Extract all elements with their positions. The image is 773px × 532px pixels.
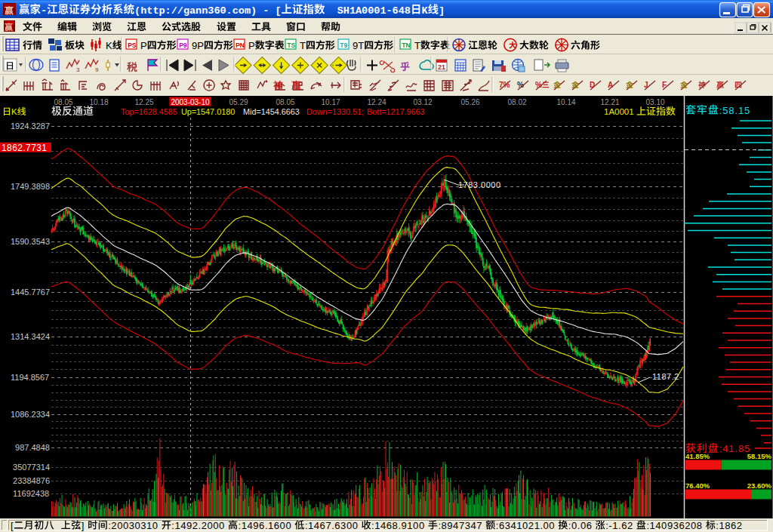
svg-text:1314.3424: 1314.3424 bbox=[11, 332, 50, 341]
svg-text:12.25: 12.25 bbox=[135, 98, 154, 106]
svg-text:9: 9 bbox=[95, 66, 99, 73]
svg-text::-1.62: :-1.62 bbox=[605, 520, 636, 531]
svg-text::6341021.00: :6341021.00 bbox=[496, 520, 559, 531]
svg-text::20030310: :20030310 bbox=[108, 520, 162, 531]
svg-text::41.85: :41.85 bbox=[719, 443, 751, 454]
svg-text:P: P bbox=[248, 40, 255, 51]
svg-text::0.06: :0.06 bbox=[568, 520, 596, 531]
svg-text:2003-03-10: 2003-03-10 bbox=[171, 98, 210, 106]
svg-text:D: D bbox=[590, 81, 595, 89]
svg-text:P9: P9 bbox=[179, 42, 187, 49]
svg-text:7%: 7% bbox=[499, 81, 510, 89]
svg-text:PN: PN bbox=[236, 42, 245, 49]
svg-text:41.85%: 41.85% bbox=[685, 452, 710, 460]
svg-text:1187.2: 1187.2 bbox=[652, 372, 679, 381]
svg-text:35077314: 35077314 bbox=[13, 463, 50, 472]
svg-text:05.26: 05.26 bbox=[461, 98, 480, 106]
svg-text:Mid=1454.6663: Mid=1454.6663 bbox=[243, 107, 300, 116]
svg-text:12.24: 12.24 bbox=[368, 98, 386, 106]
svg-text:K: K bbox=[422, 5, 429, 17]
svg-text:10.14: 10.14 bbox=[557, 98, 576, 106]
svg-text:Up=1547.0180: Up=1547.0180 bbox=[181, 107, 235, 116]
svg-text::1467.6300: :1467.6300 bbox=[305, 520, 362, 531]
svg-text:]: ] bbox=[82, 520, 88, 531]
svg-text:1445.7767: 1445.7767 bbox=[11, 288, 50, 297]
svg-text:[: [ bbox=[11, 520, 14, 531]
svg-text:08.05: 08.05 bbox=[54, 98, 73, 106]
svg-text:Down=1330.51;: Down=1330.51; bbox=[306, 107, 364, 116]
svg-text::140936208: :140936208 bbox=[646, 520, 705, 531]
svg-text:Top=1628.4585: Top=1628.4585 bbox=[121, 107, 177, 116]
svg-text:T9: T9 bbox=[340, 42, 347, 49]
svg-text:1086.2334: 1086.2334 bbox=[11, 410, 50, 419]
svg-text:A: A bbox=[608, 81, 613, 89]
svg-text:03.10: 03.10 bbox=[646, 98, 665, 106]
svg-text:]: ] bbox=[439, 5, 445, 17]
svg-text::1496.1600: :1496.1600 bbox=[239, 520, 295, 531]
svg-text:Bott=1217.9663: Bott=1217.9663 bbox=[367, 107, 425, 116]
svg-text:1924.3287: 1924.3287 bbox=[11, 121, 50, 131]
svg-text:TS: TS bbox=[287, 42, 295, 49]
svg-text::8947347: :8947347 bbox=[438, 520, 485, 531]
svg-text:1749.3898: 1749.3898 bbox=[11, 182, 50, 191]
svg-text:1590.3543: 1590.3543 bbox=[11, 237, 50, 246]
svg-text:10.18: 10.18 bbox=[90, 98, 109, 106]
svg-text:K: K bbox=[11, 107, 17, 116]
svg-text:(http://gann360.com) - [: (http://gann360.com) - [ bbox=[134, 5, 281, 17]
svg-text:76.40%: 76.40% bbox=[685, 481, 710, 490]
svg-text:J: J bbox=[644, 81, 648, 89]
svg-text::1492.2000: :1492.2000 bbox=[171, 520, 228, 531]
svg-text:1783.0000: 1783.0000 bbox=[458, 180, 501, 189]
svg-text:%: % bbox=[517, 81, 524, 89]
svg-text:12.21: 12.21 bbox=[601, 98, 620, 106]
svg-text:23.60%: 23.60% bbox=[747, 481, 772, 490]
svg-text:%: % bbox=[535, 81, 542, 89]
svg-text:T: T bbox=[414, 40, 420, 51]
svg-text:10.17: 10.17 bbox=[322, 98, 340, 106]
svg-text:23384876: 23384876 bbox=[13, 476, 50, 485]
svg-text:05.29: 05.29 bbox=[229, 98, 248, 106]
svg-text:08.05: 08.05 bbox=[276, 98, 295, 106]
svg-text:1194.8567: 1194.8567 bbox=[11, 373, 49, 382]
svg-text:P: P bbox=[140, 40, 147, 51]
svg-text:08.02: 08.02 bbox=[508, 98, 527, 106]
svg-text::1862: :1862 bbox=[716, 520, 742, 531]
svg-text:9T: 9T bbox=[353, 40, 364, 51]
svg-text:03.12: 03.12 bbox=[414, 98, 433, 106]
svg-text:9P: 9P bbox=[192, 40, 204, 51]
svg-text:TN: TN bbox=[402, 42, 410, 49]
svg-text:T: T bbox=[300, 40, 306, 51]
svg-text:1862.7731: 1862.7731 bbox=[2, 143, 47, 153]
svg-text:1A0001: 1A0001 bbox=[604, 107, 634, 116]
svg-text:PS: PS bbox=[128, 42, 137, 49]
svg-text:-: - bbox=[41, 5, 47, 17]
svg-text:987.4848: 987.4848 bbox=[15, 443, 50, 452]
svg-text:11692438: 11692438 bbox=[13, 489, 49, 498]
svg-text::58.15: :58.15 bbox=[719, 105, 751, 116]
svg-text::1468.9100: :1468.9100 bbox=[371, 520, 428, 531]
svg-text:K: K bbox=[106, 40, 112, 51]
svg-text:3: 3 bbox=[76, 66, 80, 73]
svg-text:21: 21 bbox=[438, 63, 445, 71]
svg-text:SH1A0001-648: SH1A0001-648 bbox=[325, 5, 411, 17]
svg-text:F: F bbox=[662, 81, 667, 89]
svg-text:58.15%: 58.15% bbox=[747, 452, 772, 460]
